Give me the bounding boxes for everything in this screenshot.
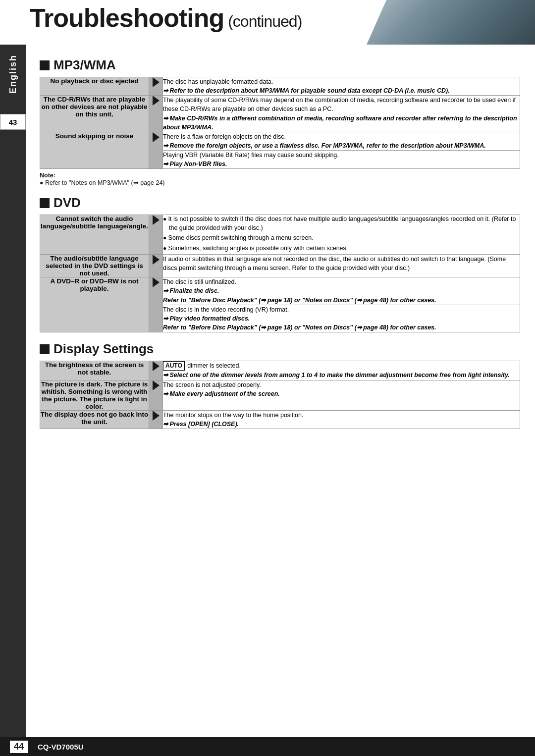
footer-model-number: CQ-VD7005U	[38, 743, 84, 751]
arrow-icon	[153, 77, 160, 87]
arrow-cell	[149, 410, 163, 429]
mp3wma-section-header: MP3/WMA	[40, 57, 520, 73]
arrow-cell	[149, 361, 163, 380]
table-row: A DVD–R or DVD–RW is not playable. The d…	[40, 277, 520, 305]
arrow-cell	[149, 77, 163, 96]
table-row: The picture is dark. The picture is whit…	[40, 380, 520, 410]
display-section-header: Display Settings	[40, 341, 520, 357]
mp3wma-title: MP3/WMA	[54, 57, 116, 73]
dvd-section-header: DVD	[40, 195, 520, 211]
header-background	[367, 0, 535, 45]
arrow-cell	[149, 132, 163, 169]
arrow-icon	[153, 361, 160, 371]
mp3wma-note: Note: ● Refer to "Notes on MP3/WMA" (➡ p…	[40, 172, 520, 186]
arrow-cell	[149, 277, 163, 332]
solution-cell: The monitor stops on the way to the home…	[163, 410, 520, 429]
main-content: MP3/WMA No playback or disc ejected The …	[30, 45, 535, 439]
solution-cell: AUTO dimmer is selected. ➡ Select one of…	[163, 361, 520, 380]
arrow-cell	[149, 255, 163, 277]
arrow-icon	[153, 215, 160, 225]
problem-cell: The picture is dark. The picture is whit…	[40, 380, 149, 410]
title-text: Troubleshooting	[30, 3, 224, 32]
solution-cell: If audio or subtitles in that language a…	[163, 255, 520, 277]
solution-cell: The screen is not adjusted properly. ➡ M…	[163, 380, 520, 410]
auto-badge: AUTO	[163, 361, 185, 371]
table-row: The brightness of the screen is not stab…	[40, 361, 520, 380]
section-square-icon	[40, 344, 50, 354]
problem-cell: The brightness of the screen is not stab…	[40, 361, 149, 380]
page-header: Troubleshooting (continued)	[0, 0, 535, 45]
arrow-icon	[153, 411, 160, 421]
problem-cell: The display does not go back into the un…	[40, 410, 149, 429]
arrow-cell	[149, 380, 163, 410]
solution-cell: It is not possible to switch if the disc…	[163, 215, 520, 255]
arrow-cell	[149, 96, 163, 132]
solution-cell: Playing VBR (Variable Bit Rate) files ma…	[163, 151, 520, 169]
footer-page-number: 44	[10, 741, 28, 753]
mp3wma-table: No playback or disc ejected The disc has…	[40, 77, 520, 169]
solution-cell: The playability of some CD-R/RWs may dep…	[163, 96, 520, 132]
section-square-icon	[40, 198, 50, 208]
arrow-icon	[153, 380, 160, 390]
display-table: The brightness of the screen is not stab…	[40, 361, 520, 429]
problem-cell: Sound skipping or noise	[40, 132, 149, 169]
table-row: No playback or disc ejected The disc has…	[40, 77, 520, 96]
section-square-icon	[40, 60, 50, 70]
dvd-title: DVD	[54, 195, 81, 211]
arrow-icon	[153, 277, 160, 287]
table-row: Sound skipping or noise There is a flaw …	[40, 132, 520, 150]
table-row: Cannot switch the audio language/subtitl…	[40, 215, 520, 255]
solution-cell: The disc has unplayable formatted data. …	[163, 77, 520, 96]
arrow-icon	[153, 132, 160, 142]
arrow-cell	[149, 215, 163, 255]
sidebar-language-label: English	[8, 54, 18, 94]
table-row: The display does not go back into the un…	[40, 410, 520, 429]
dvd-table: Cannot switch the audio language/subtitl…	[40, 215, 520, 332]
problem-cell: Cannot switch the audio language/subtitl…	[40, 215, 149, 255]
page-footer: 44 CQ-VD7005U	[0, 737, 535, 756]
solution-cell: There is a flaw or foreign objects on th…	[163, 132, 520, 150]
arrow-icon	[153, 255, 160, 265]
table-row: The CD-R/RWs that are playable on other …	[40, 96, 520, 132]
problem-cell: A DVD–R or DVD–RW is not playable.	[40, 277, 149, 332]
problem-cell: No playback or disc ejected	[40, 77, 149, 96]
problem-cell: The audio/subtitle language selected in …	[40, 255, 149, 277]
problem-cell: The CD-R/RWs that are playable on other …	[40, 96, 149, 132]
table-row: The audio/subtitle language selected in …	[40, 255, 520, 277]
sidebar: English	[0, 45, 26, 746]
solution-cell: The disc is still unfinalized. ➡ Finaliz…	[163, 277, 520, 305]
display-title: Display Settings	[54, 341, 154, 357]
arrow-icon	[153, 96, 160, 106]
title-continued: (continued)	[224, 12, 302, 30]
solution-cell: The disc is in the video recording (VR) …	[163, 305, 520, 332]
sidebar-page-number: 43	[0, 114, 26, 130]
